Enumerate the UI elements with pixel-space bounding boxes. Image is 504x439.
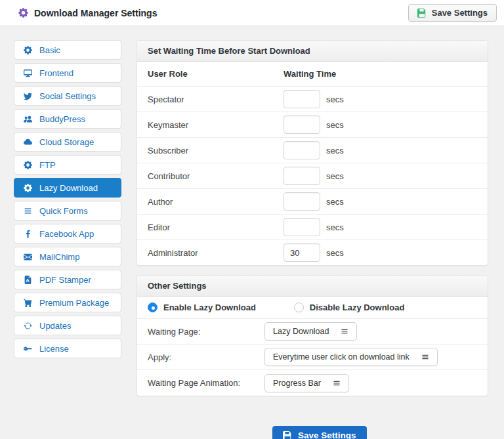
field-row-apply: Apply:Everytime user click on download l… bbox=[137, 345, 488, 370]
sidebar-item-social-settings[interactable]: Social Settings bbox=[14, 86, 121, 106]
menu-icon bbox=[341, 327, 348, 335]
sidebar-item-label: License bbox=[39, 344, 69, 354]
page-title-wrap: Download Manager Settings bbox=[18, 8, 157, 18]
users-icon bbox=[24, 115, 32, 123]
sidebar-item-label: Quick Forms bbox=[39, 206, 88, 216]
menu-icon bbox=[333, 379, 341, 387]
field-label: Waiting Page: bbox=[137, 327, 264, 337]
save-settings-button-top[interactable]: Save Settings bbox=[408, 4, 497, 22]
user-role-label: Spectator bbox=[137, 94, 284, 104]
sidebar-item-label: PDF Stamper bbox=[39, 275, 91, 285]
save-settings-label: Save Settings bbox=[298, 430, 356, 439]
table-row: Administratorsecs bbox=[137, 240, 488, 265]
save-settings-button-bottom[interactable]: Save Settings bbox=[272, 426, 367, 439]
table-row: Subscribersecs bbox=[137, 138, 488, 163]
sidebar-item-lazy-download[interactable]: Lazy Download bbox=[14, 178, 121, 198]
monitor-icon bbox=[24, 69, 32, 77]
radio-option-enable-lazy-download[interactable]: Enable Lazy Download bbox=[148, 303, 256, 312]
table-row: Authorsecs bbox=[137, 189, 488, 215]
waiting-time-panel-title: Set Waiting Time Before Start Download bbox=[137, 41, 488, 62]
secs-unit-label: secs bbox=[326, 248, 344, 258]
apply-select[interactable]: Everytime user click on download link bbox=[264, 348, 438, 366]
sidebar-item-label: Frontend bbox=[39, 68, 74, 78]
sidebar-item-frontend[interactable]: Frontend bbox=[14, 63, 121, 83]
page-title: Download Manager Settings bbox=[34, 8, 157, 18]
sidebar-item-updates[interactable]: Updates bbox=[14, 316, 121, 335]
sidebar-item-pdf-stamper[interactable]: PDF Stamper bbox=[14, 270, 121, 289]
user-role-label: Subscriber bbox=[137, 146, 284, 156]
sidebar-item-label: MailChimp bbox=[39, 252, 79, 262]
user-role-label: Editor bbox=[137, 222, 284, 232]
sidebar-item-facebook-app[interactable]: Facebook App bbox=[14, 224, 121, 243]
sidebar-item-label: Facebook App bbox=[39, 229, 94, 239]
selected-value: Lazy Download bbox=[273, 327, 329, 336]
radio-button[interactable] bbox=[148, 303, 158, 312]
user-role-label: Keymaster bbox=[137, 120, 284, 130]
waiting-time-input-author[interactable] bbox=[284, 192, 320, 211]
waiting-time-input-contributor[interactable] bbox=[284, 167, 320, 185]
sidebar-item-cloud-storage[interactable]: Cloud Storage bbox=[14, 132, 121, 152]
selected-value: Progress Bar bbox=[273, 379, 321, 388]
user-role-column-header: User Role bbox=[137, 69, 284, 79]
sidebar-item-label: Updates bbox=[39, 321, 71, 331]
selected-value: Everytime user click on download link bbox=[273, 352, 410, 362]
key-icon bbox=[24, 345, 32, 353]
settings-sidebar: BasicFrontendSocial SettingsBuddyPressCl… bbox=[14, 40, 121, 439]
cloud-icon bbox=[24, 138, 32, 146]
sidebar-item-license[interactable]: License bbox=[14, 339, 121, 358]
secs-unit-label: secs bbox=[326, 94, 344, 104]
sidebar-item-buddypress[interactable]: BuddyPress bbox=[14, 109, 121, 129]
sidebar-item-quick-forms[interactable]: Quick Forms bbox=[14, 201, 121, 220]
table-row: Spectatorsecs bbox=[137, 87, 488, 112]
waiting-time-input-administrator[interactable] bbox=[284, 243, 320, 262]
table-row: Contributorsecs bbox=[137, 163, 488, 189]
waiting-time-input-subscriber[interactable] bbox=[284, 141, 320, 159]
waiting-page-select[interactable]: Lazy Download bbox=[264, 322, 357, 341]
file-icon bbox=[24, 276, 32, 284]
role-rows: SpectatorsecsKeymastersecsSubscribersecs… bbox=[137, 87, 488, 265]
user-role-label: Contributor bbox=[137, 171, 284, 181]
sidebar-item-label: Cloud Storage bbox=[39, 137, 94, 147]
field-label: Waiting Page Animation: bbox=[137, 378, 264, 388]
sidebar-item-ftp[interactable]: FTP bbox=[14, 155, 121, 175]
waiting-page-animation-select[interactable]: Progress Bar bbox=[264, 374, 349, 392]
menu-icon bbox=[421, 353, 429, 361]
secs-unit-label: secs bbox=[326, 222, 344, 232]
user-role-label: Author bbox=[137, 197, 284, 207]
waiting-time-column-header: Waiting Time bbox=[284, 69, 336, 79]
refresh-icon bbox=[24, 322, 32, 330]
content-area: BasicFrontendSocial SettingsBuddyPressCl… bbox=[0, 26, 504, 439]
waiting-time-input-spectator[interactable] bbox=[284, 90, 320, 108]
other-settings-fields: Waiting Page:Lazy DownloadApply:Everytim… bbox=[137, 319, 488, 396]
footer-actions: Save Settings bbox=[272, 426, 488, 439]
top-bar: Download Manager Settings Save Settings bbox=[0, 0, 504, 26]
facebook-icon bbox=[24, 230, 32, 238]
table-row: Keymastersecs bbox=[137, 112, 488, 138]
radio-label: Disable Lazy Download bbox=[310, 303, 404, 312]
other-settings-panel-title: Other Settings bbox=[137, 276, 488, 297]
gear-icon bbox=[24, 161, 32, 169]
field-label: Apply: bbox=[137, 352, 264, 362]
secs-unit-label: secs bbox=[326, 197, 344, 207]
secs-unit-label: secs bbox=[326, 120, 344, 130]
save-settings-label: Save Settings bbox=[432, 8, 488, 18]
twitter-icon bbox=[24, 92, 32, 100]
user-role-label: Administrator bbox=[137, 248, 284, 258]
sidebar-item-label: Basic bbox=[39, 45, 60, 55]
radio-option-disable-lazy-download[interactable]: Disable Lazy Download bbox=[294, 303, 404, 312]
sidebar-item-label: Premium Package bbox=[39, 298, 109, 308]
secs-unit-label: secs bbox=[326, 146, 344, 156]
radio-button[interactable] bbox=[294, 303, 304, 312]
waiting-time-input-keymaster[interactable] bbox=[284, 115, 320, 134]
envelope-icon bbox=[24, 253, 32, 261]
sidebar-item-mailchimp[interactable]: MailChimp bbox=[14, 247, 121, 266]
lazy-download-radio-group: Enable Lazy DownloadDisable Lazy Downloa… bbox=[137, 297, 488, 319]
sidebar-item-label: FTP bbox=[39, 160, 56, 170]
cart-icon bbox=[24, 299, 32, 307]
sidebar-item-basic[interactable]: Basic bbox=[14, 40, 121, 60]
waiting-time-input-editor[interactable] bbox=[284, 218, 320, 236]
radio-label: Enable Lazy Download bbox=[163, 303, 256, 312]
sidebar-item-premium-package[interactable]: Premium Package bbox=[14, 293, 121, 312]
sidebar-item-label: Social Settings bbox=[39, 91, 96, 101]
list-icon bbox=[24, 207, 32, 215]
